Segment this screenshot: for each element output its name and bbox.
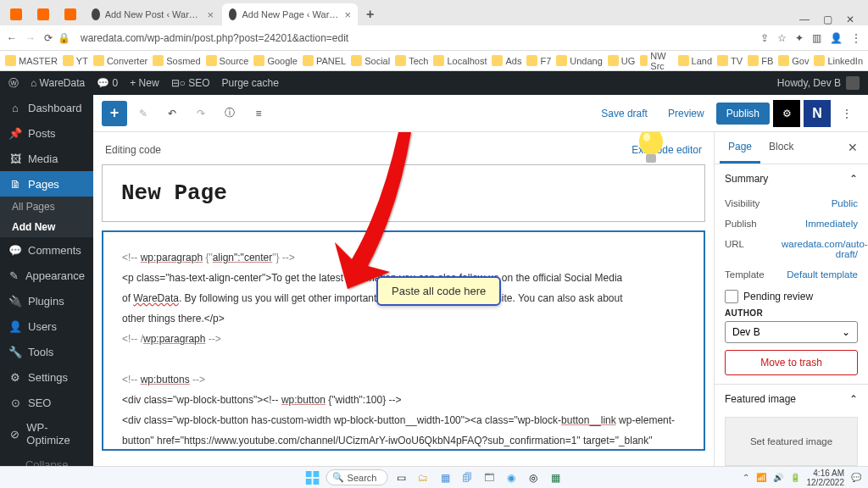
bookmark-item[interactable]: Tech: [395, 55, 428, 66]
bookmark-item[interactable]: Undang: [556, 55, 603, 66]
forward-icon[interactable]: →: [25, 32, 36, 44]
publish-button[interactable]: Publish: [716, 103, 770, 125]
star-icon[interactable]: ☆: [777, 32, 787, 44]
tab-block[interactable]: Block: [760, 132, 802, 164]
new-content-button[interactable]: + New: [130, 77, 159, 89]
sidebar-item-appearance[interactable]: ✎Appearance: [0, 263, 93, 288]
browser-tab[interactable]: [3, 3, 29, 25]
edge-icon[interactable]: ◉: [503, 469, 520, 486]
reader-icon[interactable]: ▥: [812, 32, 821, 44]
publish-value[interactable]: Immediately: [805, 219, 858, 229]
plugin-n-button[interactable]: N: [804, 100, 831, 127]
browser-tab[interactable]: Add New Post ‹ WareData — W…×: [85, 3, 220, 25]
start-icon[interactable]: [304, 469, 321, 486]
reload-icon[interactable]: ⟳: [44, 32, 53, 44]
tools-button[interactable]: ✎: [131, 101, 156, 126]
app-icon[interactable]: 🗐: [459, 469, 476, 486]
sidebar-sub-all-pages[interactable]: All Pages: [0, 197, 93, 217]
wifi-icon[interactable]: 📶: [756, 473, 766, 482]
bookmark-item[interactable]: Land: [678, 55, 712, 66]
bookmark-item[interactable]: Social: [351, 55, 390, 66]
browser-tab-active[interactable]: Add New Page ‹ WareData — W…×: [222, 3, 358, 25]
tray-chevron-icon[interactable]: ⌃: [743, 473, 749, 482]
battery-icon[interactable]: 🔋: [790, 473, 800, 482]
howdy-label[interactable]: Howdy, Dev B: [777, 77, 841, 89]
bookmark-item[interactable]: Gov: [778, 55, 809, 66]
bookmark-item[interactable]: TV: [717, 55, 743, 66]
wp-logo-icon[interactable]: ⓦ: [8, 76, 19, 91]
sidebar-item-dashboard[interactable]: ⌂Dashboard: [0, 95, 93, 120]
sidebar-item-pages[interactable]: 🗎Pages: [0, 171, 93, 197]
task-view-icon[interactable]: ▭: [392, 469, 409, 486]
sidebar-item-seo[interactable]: ⊙SEO: [0, 390, 93, 415]
notifications-icon[interactable]: 💬: [851, 473, 861, 482]
settings-gear-button[interactable]: ⚙: [773, 100, 800, 127]
sidebar-item-comments[interactable]: 💬Comments: [0, 237, 93, 263]
bookmark-item[interactable]: MASTER: [5, 55, 58, 66]
site-link[interactable]: ⌂ WareData: [31, 77, 85, 89]
bookmark-item[interactable]: Ads: [492, 55, 521, 66]
featured-image-header[interactable]: Featured image ⌃: [715, 385, 868, 413]
taskbar-search[interactable]: 🔍 Search: [326, 469, 388, 485]
bookmark-item[interactable]: UG: [608, 55, 636, 66]
volume-icon[interactable]: 🔊: [773, 473, 783, 482]
profile-icon[interactable]: 👤: [830, 32, 843, 44]
extensions-icon[interactable]: ✦: [795, 32, 804, 44]
tab-close-icon[interactable]: ×: [207, 8, 214, 21]
preview-button[interactable]: Preview: [659, 103, 713, 125]
new-tab-button[interactable]: +: [359, 3, 381, 25]
redo-button[interactable]: ↷: [188, 101, 214, 126]
template-value[interactable]: Default template: [787, 269, 858, 280]
save-draft-button[interactable]: Save draft: [593, 103, 656, 125]
details-button[interactable]: ⓘ: [217, 101, 242, 126]
sidebar-collapse[interactable]: ◁Collapse menu: [0, 452, 93, 466]
excel-icon[interactable]: ▦: [547, 469, 564, 486]
comments-indicator[interactable]: 💬 0: [97, 77, 118, 89]
bookmark-item[interactable]: FB: [748, 55, 773, 66]
minimize-icon[interactable]: —: [799, 14, 810, 25]
sidebar-item-users[interactable]: 👤Users: [0, 313, 93, 339]
bookmark-item[interactable]: Source: [206, 55, 249, 66]
sidebar-item-media[interactable]: 🖾Media: [0, 146, 93, 171]
maximize-icon[interactable]: ▢: [823, 14, 832, 25]
bookmark-item[interactable]: YT: [63, 55, 88, 66]
share-icon[interactable]: ⇪: [760, 32, 769, 44]
app-icon[interactable]: 🗔: [481, 469, 498, 486]
bookmark-item[interactable]: Sosmed: [153, 55, 200, 66]
add-block-button[interactable]: +: [102, 101, 127, 126]
outline-button[interactable]: ≡: [246, 101, 271, 126]
sidebar-item-posts[interactable]: 📌Posts: [0, 120, 93, 146]
sidebar-item-wpoptimize[interactable]: ⊘WP-Optimize: [0, 415, 93, 452]
explorer-icon[interactable]: 🗂: [415, 469, 431, 486]
sidebar-item-settings[interactable]: ⚙Settings: [0, 364, 93, 390]
app-icon[interactable]: ▦: [437, 469, 453, 486]
bookmark-item[interactable]: LinkedIn: [814, 55, 863, 66]
checkbox-icon[interactable]: [725, 290, 738, 303]
sidebar-item-plugins[interactable]: 🔌Plugins: [0, 288, 93, 313]
set-featured-image-button[interactable]: Set featured image: [725, 417, 858, 466]
tab-page[interactable]: Page: [720, 132, 760, 164]
author-select[interactable]: Dev B⌄: [725, 321, 858, 343]
options-button[interactable]: ⋮: [834, 101, 860, 126]
bookmark-item[interactable]: Google: [253, 55, 297, 66]
avatar-icon[interactable]: [846, 76, 860, 90]
sidebar-sub-add-new[interactable]: Add New: [0, 217, 93, 237]
sidebar-item-tools[interactable]: 🔧Tools: [0, 339, 93, 364]
back-icon[interactable]: ←: [7, 32, 17, 44]
undo-button[interactable]: ↶: [159, 101, 185, 126]
move-to-trash-button[interactable]: Move to trash: [725, 350, 858, 375]
bookmark-item[interactable]: Localhost: [433, 55, 487, 66]
url-field[interactable]: waredata.com/wp-admin/post.php?post=2420…: [75, 32, 755, 44]
panel-close-icon[interactable]: ✕: [843, 132, 863, 164]
seo-menu[interactable]: ⊟○ SEO: [171, 77, 210, 89]
summary-header[interactable]: Summary ⌃: [715, 164, 868, 193]
bookmark-item[interactable]: NW Src: [640, 51, 672, 71]
close-icon[interactable]: ✕: [846, 14, 854, 25]
lock-icon[interactable]: 🔒: [58, 32, 70, 44]
browser-tab[interactable]: [58, 3, 83, 25]
purge-cache-button[interactable]: Purge cache: [222, 77, 279, 89]
clock[interactable]: 4:16 AM 12/2/2022: [807, 469, 845, 487]
pending-review-row[interactable]: Pending review: [725, 285, 858, 308]
visibility-value[interactable]: Public: [832, 198, 858, 208]
menu-icon[interactable]: ⋮: [851, 32, 861, 44]
